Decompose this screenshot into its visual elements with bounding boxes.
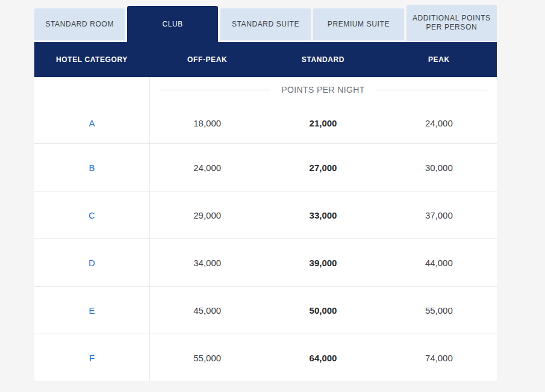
standard-value: 21,000 xyxy=(265,102,381,143)
standard-value: 39,000 xyxy=(265,239,381,286)
peak-value: 44,000 xyxy=(381,239,497,286)
off-peak-value: 45,000 xyxy=(149,287,265,334)
room-type-tabs: STANDARD ROOM CLUB STANDARD SUITE PREMIU… xyxy=(34,6,497,42)
table-body: POINTS PER NIGHT A 18,000 21,000 24,000 … xyxy=(34,77,497,381)
header-standard: STANDARD xyxy=(265,42,381,77)
standard-value: 64,000 xyxy=(265,334,381,381)
standard-value: 27,000 xyxy=(265,144,381,191)
standard-value: 33,000 xyxy=(265,191,381,238)
category-link[interactable]: F xyxy=(34,334,149,381)
peak-value: 55,000 xyxy=(381,287,497,334)
peak-value: 24,000 xyxy=(381,102,497,143)
column-divider xyxy=(149,77,150,381)
table-row: D 34,000 39,000 44,000 xyxy=(34,238,497,286)
peak-value: 74,000 xyxy=(381,334,497,381)
header-hotel-category: HOTEL CATEGORY xyxy=(34,42,149,77)
tab-standard-room[interactable]: STANDARD ROOM xyxy=(34,8,125,40)
off-peak-value: 29,000 xyxy=(149,191,265,238)
standard-value: 50,000 xyxy=(265,287,381,334)
table-row: C 29,000 33,000 37,000 xyxy=(34,191,497,238)
tab-standard-suite[interactable]: STANDARD SUITE xyxy=(220,8,311,40)
category-link[interactable]: E xyxy=(34,287,149,334)
table-row: E 45,000 50,000 55,000 xyxy=(34,286,497,334)
table-row: A 18,000 21,000 24,000 xyxy=(34,102,497,143)
category-link[interactable]: C xyxy=(34,191,149,238)
points-per-night-band: POINTS PER NIGHT xyxy=(149,77,497,102)
points-chart-widget: STANDARD ROOM CLUB STANDARD SUITE PREMIU… xyxy=(34,6,497,381)
off-peak-value: 34,000 xyxy=(149,239,265,286)
points-per-night-label: POINTS PER NIGHT xyxy=(281,85,365,95)
table-row: B 24,000 27,000 30,000 xyxy=(34,143,497,191)
header-peak: PEAK xyxy=(381,42,497,77)
off-peak-value: 24,000 xyxy=(149,144,265,191)
peak-value: 30,000 xyxy=(381,144,497,191)
tab-additional-points-per-person[interactable]: ADDITIONAL POINTS PER PERSON xyxy=(406,5,497,41)
off-peak-value: 55,000 xyxy=(149,334,265,381)
off-peak-value: 18,000 xyxy=(149,102,265,143)
header-off-peak: OFF-PEAK xyxy=(149,42,265,77)
category-link[interactable]: D xyxy=(34,239,149,286)
tab-premium-suite[interactable]: PREMIUM SUITE xyxy=(313,8,403,40)
divider-line-left xyxy=(159,90,270,90)
table-header-row: HOTEL CATEGORY OFF-PEAK STANDARD PEAK xyxy=(34,42,497,77)
category-link[interactable]: A xyxy=(34,102,149,143)
category-link[interactable]: B xyxy=(34,144,149,191)
tab-club[interactable]: CLUB xyxy=(127,6,217,42)
divider-line-right xyxy=(376,90,487,90)
peak-value: 37,000 xyxy=(381,191,497,238)
table-row: F 55,000 64,000 74,000 xyxy=(34,334,497,381)
